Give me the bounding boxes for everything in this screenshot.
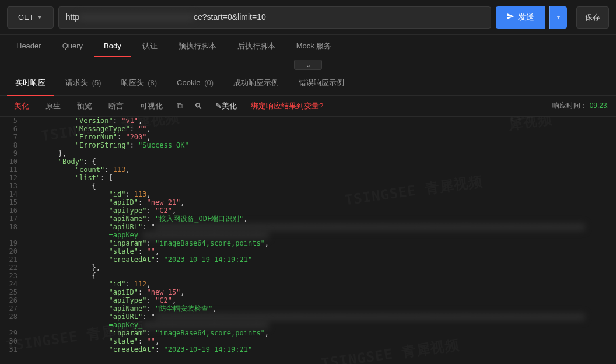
line-code: "ErrorString": "Success OK" — [24, 141, 616, 149]
code-line: 20 "state": "", — [0, 247, 616, 256]
collapse-toggle[interactable]: ⌄ — [294, 60, 322, 70]
code-line: 6 "MessageType": "", — [0, 125, 616, 133]
tab-query[interactable]: Query — [53, 36, 92, 57]
code-line: 8 "ErrorString": "Success OK" — [0, 141, 616, 149]
line-number: 30 — [0, 337, 24, 345]
tab-mock[interactable]: Mock 服务 — [287, 35, 341, 58]
code-line: 15 "apiID": "new_21", — [0, 198, 616, 206]
code-line: 25 "apiID": "new_15", — [0, 288, 616, 296]
code-line: 24 "id": 112, — [0, 280, 616, 288]
tab-error-example[interactable]: 错误响应示例 — [290, 71, 352, 96]
send-label: 发送 — [518, 12, 534, 23]
view-preview[interactable]: 预览 — [70, 97, 99, 115]
tab-post-script[interactable]: 后执行脚本 — [228, 35, 285, 58]
view-assert[interactable]: 断言 — [102, 97, 131, 115]
code-line: 16 "apiType": "C2", — [0, 206, 616, 215]
line-code: "apiURL": "xxxxxxxxxxxxxxxxxxxxxxxxxxxxx… — [24, 313, 616, 321]
line-code: "createdAt": "2023-10-19 14:19:21" — [24, 345, 616, 354]
line-number: 23 — [0, 272, 24, 280]
line-code: "state": "", — [24, 337, 616, 345]
line-code: "MessageType": "", — [24, 125, 616, 133]
line-code: }, — [24, 264, 616, 272]
response-time: 响应时间：09:23: — [552, 101, 609, 111]
code-line: 14 "id": 113, — [0, 190, 616, 198]
code-line: 22 }, — [0, 264, 616, 272]
line-number: 9 — [0, 149, 24, 158]
line-number: 8 — [0, 141, 24, 149]
line-code: "Version": "v1", — [24, 117, 616, 125]
chevron-down-icon: ⌄ — [306, 61, 311, 69]
copy-icon[interactable]: ⧉ — [172, 97, 187, 114]
line-number: 29 — [0, 329, 24, 337]
save-button[interactable]: 保存 — [576, 6, 609, 29]
line-number: 24 — [0, 280, 24, 288]
method-label: GET — [18, 13, 34, 22]
code-line: 9 }, — [0, 149, 616, 158]
bind-variable-link[interactable]: 绑定响应结果到变量? — [245, 97, 329, 115]
tab-cookie[interactable]: Cookie (0) — [169, 72, 222, 94]
line-code: "inparam": "imageBase64,score,points", — [24, 239, 616, 247]
line-number — [0, 321, 24, 329]
line-number — [0, 231, 24, 239]
line-number: 14 — [0, 190, 24, 198]
code-line: 23 { — [0, 272, 616, 280]
send-button[interactable]: 发送 — [496, 6, 545, 29]
code-line: 17 "apiName": "接入网设备_ODF端口识别", — [0, 215, 616, 223]
line-number: 15 — [0, 198, 24, 206]
url-blurred: xxxxxxxxxxxxxxxxxxxxxxxxxxxx — [79, 12, 194, 22]
line-number: 22 — [0, 264, 24, 272]
send-dropdown[interactable]: ▼ — [550, 6, 567, 29]
response-body-viewer[interactable]: 5 "Version": "v1",6 "MessageType": "",7 … — [0, 117, 616, 364]
code-line: 10 "Body": { — [0, 158, 616, 166]
line-code: "id": 113, — [24, 190, 616, 198]
line-code: "apiName": "防尘帽安装检查", — [24, 304, 616, 313]
line-code: { — [24, 182, 616, 190]
line-code: "createdAt": "2023-10-19 14:19:21" — [24, 256, 616, 264]
tab-success-example[interactable]: 成功响应示例 — [225, 71, 287, 96]
code-line: 7 "ErrorNum": "200", — [0, 133, 616, 141]
view-raw[interactable]: 原生 — [38, 97, 68, 115]
line-number: 21 — [0, 256, 24, 264]
code-line: 28 "apiURL": "xxxxxxxxxxxxxxxxxxxxxxxxxx… — [0, 313, 616, 321]
line-number: 25 — [0, 288, 24, 296]
line-number: 26 — [0, 296, 24, 304]
code-line: 30 "state": "", — [0, 337, 616, 345]
line-code: "apiType": "C2", — [24, 296, 616, 304]
send-icon — [506, 12, 514, 22]
view-visualize[interactable]: 可视化 — [133, 97, 170, 115]
line-code: "apiType": "C2", — [24, 206, 616, 215]
code-line: 18 "apiURL": "xxxxxxxxxxxxxxxxxxxxxxxxxx… — [0, 223, 616, 231]
code-line: 27 "apiName": "防尘帽安装检查", — [0, 304, 616, 313]
tab-realtime-response[interactable]: 实时响应 — [7, 71, 54, 96]
line-code: "ErrorNum": "200", — [24, 133, 616, 141]
code-line: 19 "inparam": "imageBase64,score,points"… — [0, 239, 616, 247]
tab-auth[interactable]: 认证 — [133, 35, 167, 58]
line-code: "count": 113, — [24, 166, 616, 174]
tab-pre-script[interactable]: 预执行脚本 — [169, 35, 226, 58]
url-input[interactable]: httpxxxxxxxxxxxxxxxxxxxxxxxxxxxxce?start… — [58, 6, 491, 29]
line-code: "apiID": "new_21", — [24, 198, 616, 206]
code-line: 21 "createdAt": "2023-10-19 14:19:21" — [0, 256, 616, 264]
tab-header[interactable]: Header — [7, 36, 51, 57]
code-line: =appKey_xxxxxxxxxxxxxxxxxxxxxxxxxxxxxx — [0, 321, 616, 329]
format-button[interactable]: ✎美化 — [209, 97, 243, 115]
line-number: 12 — [0, 174, 24, 182]
line-number: 6 — [0, 125, 24, 133]
tab-request-headers[interactable]: 请求头 (5) — [57, 71, 110, 96]
http-method-select[interactable]: GET ▼ — [7, 6, 54, 29]
line-number: 10 — [0, 158, 24, 166]
caret-icon: ▼ — [37, 15, 43, 20]
line-number: 28 — [0, 313, 24, 321]
line-code: "id": 112, — [24, 280, 616, 288]
line-number: 17 — [0, 215, 24, 223]
line-code: "inparam": "imageBase64,score,points", — [24, 329, 616, 337]
code-line: 26 "apiType": "C2", — [0, 296, 616, 304]
tab-response-headers[interactable]: 响应头 (8) — [113, 71, 166, 96]
line-code: =appKey_xxxxxxxxxxxxxxxxxxxxxxxxxxxxxx — [24, 231, 616, 239]
line-code: }, — [24, 149, 616, 158]
search-icon[interactable]: 🔍︎ — [190, 98, 207, 114]
tab-body[interactable]: Body — [94, 36, 131, 57]
line-number: 13 — [0, 182, 24, 190]
line-number: 11 — [0, 166, 24, 174]
view-beautify[interactable]: 美化 — [7, 97, 36, 115]
